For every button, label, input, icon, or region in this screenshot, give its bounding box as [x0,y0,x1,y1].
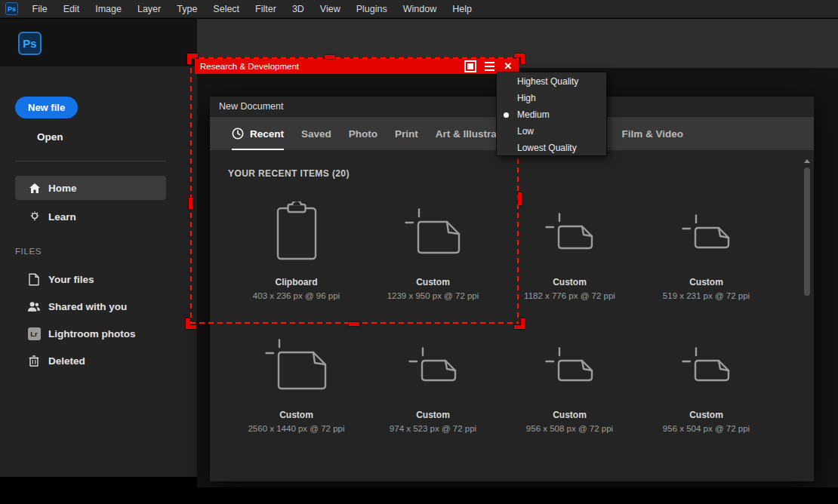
custom-doc-icon [682,192,731,271]
menu-layer[interactable]: Layer [129,0,168,18]
menu-item-label: High [517,93,536,103]
tab-label: Recent [250,128,284,140]
menu-plugins[interactable]: Plugins [348,0,395,18]
menu-filter[interactable]: Filter [248,0,285,18]
sidebar-item-lightroom-photos[interactable]: Lr Lightroom photos [15,324,181,343]
sidebar-item-deleted[interactable]: Deleted [15,351,181,370]
menu-image[interactable]: Image [88,0,130,18]
menu-item-lowest-quality[interactable]: Lowest Quality [497,140,606,156]
tab-print[interactable]: Print [395,117,418,150]
recent-item-card[interactable]: Custom 1239 x 950 px @ 72 ppi [365,192,501,306]
dialog-title: New Document [219,101,283,112]
recent-item-card[interactable]: Custom 2560 x 1440 px @ 72 ppi [228,325,365,438]
sidebar-item-shared-with-you[interactable]: Shared with you [15,297,181,316]
recent-item-card[interactable]: Custom 974 x 523 px @ 72 ppi [365,325,501,438]
sidebar-item-home[interactable]: Home [15,176,166,200]
quality-dropdown-menu: Highest Quality High Medium Low Lowest Q… [496,72,607,156]
capture-handle-left-middle[interactable] [189,198,193,209]
item-name: Custom [553,410,587,420]
clipboard-doc-icon [276,192,318,271]
recent-item-card[interactable]: Clipboard 403 x 236 px @ 96 ppi [228,192,365,306]
close-icon: ✕ [504,60,513,72]
selected-bullet-icon [504,112,509,118]
home-icon [29,183,41,194]
photoshop-logo-icon: Ps [18,32,42,55]
recent-items-header: YOUR RECENT ITEMS (20) [228,168,350,179]
tab-film-video[interactable]: Film & Video [622,117,684,150]
recent-items-grid: Clipboard 403 x 236 px @ 96 ppi Custom 1… [228,192,775,438]
menu-item-high[interactable]: High [497,90,606,106]
recent-item-card[interactable]: Custom 1182 x 776 px @ 72 ppi [501,192,638,306]
recent-item-card[interactable]: Custom 956 x 508 px @ 72 ppi [501,325,638,438]
item-name: Custom [279,410,313,420]
capture-handle-top-right[interactable] [514,54,525,64]
new-file-button[interactable]: New file [15,97,78,118]
menu-select[interactable]: Select [205,0,248,18]
capture-handle-right-middle[interactable] [518,192,522,205]
capture-handle-top-left[interactable] [187,54,198,64]
item-name: Custom [553,277,587,287]
scrollbar-up-arrow-icon[interactable] [804,159,810,163]
menu-edit[interactable]: Edit [55,0,88,18]
item-dimensions: 974 x 523 px @ 72 ppi [390,424,476,433]
scrollbar-thumb[interactable] [804,167,810,296]
capture-menu-button[interactable] [483,59,495,74]
record-button[interactable] [464,60,476,72]
capture-handle-bottom-middle[interactable] [349,322,359,326]
custom-doc-icon [682,325,731,404]
sidebar-divider [15,161,166,161]
item-name: Custom [416,277,450,287]
tab-photo[interactable]: Photo [349,117,377,150]
recent-item-card[interactable]: Custom 956 x 504 px @ 72 ppi [638,325,775,438]
menubar: Ps File Edit Image Layer Type Select Fil… [0,0,838,18]
menu-type[interactable]: Type [169,0,205,18]
sidebar-item-label: Home [48,183,77,194]
lr-badge-text: Lr [28,327,41,340]
menu-item-label: Lowest Quality [517,143,577,153]
menu-item-low[interactable]: Low [497,123,606,140]
menu-item-medium[interactable]: Medium [497,106,606,123]
file-item-label: Shared with you [48,301,127,312]
item-dimensions: 519 x 231 px @ 72 ppi [663,291,750,300]
screen: Ps File Edit Image Layer Type Select Fil… [0,0,838,504]
menu-help[interactable]: Help [445,0,480,18]
recent-item-card[interactable]: Custom 519 x 231 px @ 72 ppi [638,192,775,306]
lightbulb-icon [29,211,41,223]
capture-handle-bottom-right[interactable] [514,318,525,329]
tab-saved[interactable]: Saved [301,117,331,150]
dialog-body: YOUR RECENT ITEMS (20) Clipboard 403 x 2… [210,150,814,481]
capture-region-border-left [190,59,192,322]
item-name: Custom [416,410,450,420]
custom-doc-icon [545,192,594,271]
photoshop-mini-logo-icon: Ps [5,2,18,15]
custom-doc-icon [265,325,328,404]
capture-handle-bottom-left[interactable] [186,318,196,329]
sidebar-item-your-files[interactable]: Your files [15,269,181,289]
menu-item-label: Low [517,126,534,137]
item-dimensions: 2560 x 1440 px @ 72 ppi [248,424,344,433]
dialog-scrollbar[interactable] [803,159,810,475]
item-name: Custom [689,277,723,287]
item-name: Clipboard [276,277,318,287]
capture-handle-top-middle[interactable] [325,55,335,59]
sidebar-item-learn[interactable]: Learn [15,204,166,229]
hamburger-icon [485,62,494,63]
item-name: Custom [689,410,723,420]
tab-label: Photo [349,128,377,140]
capture-window-titlebar[interactable]: Research & Development ✕ [195,59,519,74]
open-button[interactable]: Open [37,131,63,143]
custom-doc-icon [405,192,461,271]
menu-3d[interactable]: 3D [284,0,312,18]
trash-icon [27,355,41,367]
sidebar-item-label: Learn [48,211,76,223]
menu-item-label: Highest Quality [517,76,578,87]
lr-badge: Lr [27,327,41,340]
menu-file[interactable]: File [24,0,55,18]
menu-window[interactable]: Window [395,0,444,18]
menu-view[interactable]: View [312,0,348,18]
menu-item-highest-quality[interactable]: Highest Quality [497,73,606,90]
tab-label: Print [395,128,418,140]
item-dimensions: 956 x 508 px @ 72 ppi [526,424,613,433]
item-dimensions: 1239 x 950 px @ 72 ppi [387,291,479,300]
tab-recent[interactable]: Recent [232,117,284,150]
